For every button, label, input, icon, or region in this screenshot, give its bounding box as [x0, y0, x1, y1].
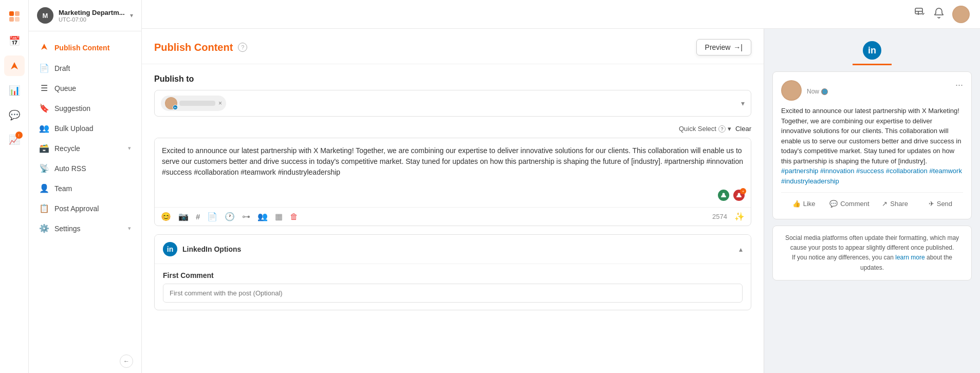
sidebar-item-label: Publish Content	[54, 44, 109, 52]
file-tool-icon[interactable]: 📄	[207, 212, 217, 221]
team-icon: 👤	[39, 183, 49, 193]
logo-icon[interactable]	[4, 6, 25, 27]
sidebar-item-suggestion[interactable]: 🔖 Suggestion	[29, 98, 141, 118]
queue-icon: ☰	[39, 83, 49, 93]
preview-arrow-icon: →|	[733, 43, 743, 51]
sidebar-item-settings[interactable]: ⚙️ Settings ▾	[29, 218, 141, 238]
linkedin-options-chevron-icon: ▴	[739, 245, 743, 253]
sidebar-item-auto-rss[interactable]: 📡 Auto RSS	[29, 158, 141, 178]
preview-meta: Now 🌐	[807, 88, 950, 95]
preview-username	[807, 80, 950, 88]
quick-select-help-icon: ?	[718, 125, 726, 133]
linkedin-options-header[interactable]: in LinkedIn Options ▴	[155, 235, 751, 264]
sidebar-item-recycle[interactable]: 🗃️ Recycle ▾	[29, 138, 141, 158]
preview-action-share[interactable]: ↗ Share	[873, 197, 918, 211]
sidebar-item-label: Post Approval	[54, 204, 99, 213]
audience-tool-icon[interactable]: 👥	[257, 212, 268, 221]
first-comment-input[interactable]	[163, 284, 743, 303]
quick-select-button[interactable]: Quick Select ? ▾	[679, 125, 731, 133]
learn-more-link[interactable]: learn more	[895, 254, 924, 261]
messages-icon[interactable]: 💬	[4, 105, 25, 125]
svg-rect-0	[9, 11, 14, 16]
sidebar-item-post-approval[interactable]: 📋 Post Approval	[29, 198, 141, 218]
collapse-icon[interactable]: ←	[120, 355, 133, 368]
settings-chevron-icon: ▾	[128, 225, 131, 232]
preview-time: Now	[807, 88, 819, 95]
post-text-input[interactable]	[155, 138, 751, 205]
clear-button[interactable]: Clear	[735, 125, 751, 133]
post-preview-hashtags: #partnership #innovation #success #colla…	[781, 167, 962, 185]
help-icon[interactable]: ?	[238, 43, 247, 52]
sidebar-item-label: Draft	[54, 64, 70, 72]
sidebar-navigation: Publish Content 📄 Draft ☰ Queue 🔖 Sugges…	[29, 31, 141, 349]
emoji-tool-icon[interactable]: 😊	[161, 212, 171, 221]
preview-action-send[interactable]: ✈ Send	[918, 197, 963, 211]
sidebar-item-queue[interactable]: ☰ Queue	[29, 78, 141, 98]
sidebar-item-team[interactable]: 👤 Team	[29, 178, 141, 198]
preview-more-icon[interactable]: ···	[955, 80, 963, 89]
sidebar-item-draft[interactable]: 📄 Draft	[29, 58, 141, 78]
publish-content-icon	[39, 43, 49, 53]
preview-action-like[interactable]: 👍 Like	[781, 197, 826, 211]
sidebar-item-label: Bulk Upload	[54, 124, 94, 133]
publish-icon[interactable]	[4, 55, 25, 76]
preview-tabs: in	[772, 37, 972, 65]
analytics-icon[interactable]: 📊	[4, 80, 25, 101]
auto-rss-icon: 📡	[39, 163, 49, 173]
send-label: Send	[937, 200, 952, 208]
link-tool-icon[interactable]: ⊶	[242, 212, 250, 221]
first-comment-section: First Comment	[155, 264, 751, 310]
publish-to-chevron-icon[interactable]: ▾	[741, 99, 745, 107]
org-timezone: UTC-07:00	[59, 16, 125, 23]
notification-badge: !	[15, 132, 23, 139]
wand-tool-icon[interactable]: ✨	[734, 212, 745, 221]
calendar-icon[interactable]: 📅	[4, 31, 25, 51]
sidebar-item-label: Team	[54, 184, 72, 193]
chip-close-icon[interactable]: ×	[218, 100, 222, 107]
share-icon: ↗	[882, 200, 887, 208]
org-info: Marketing Departm... UTC-07:00	[59, 9, 125, 23]
delete-tool-icon[interactable]: 🗑	[290, 212, 298, 221]
suggestion-icon: 🔖	[39, 103, 49, 113]
quick-select-chevron-icon: ▾	[728, 125, 731, 133]
svg-rect-2	[9, 17, 14, 22]
preview-tab-linkedin[interactable]: in	[853, 37, 892, 65]
profile-icon-red: +	[732, 189, 746, 202]
org-chevron-icon: ▾	[130, 12, 133, 19]
publish-to-box[interactable]: in × ▾	[154, 90, 751, 117]
disclaimer-prefix: If you notice any differences, you can	[792, 254, 894, 261]
sidebar-item-bulk-upload[interactable]: 👥 Bulk Upload	[29, 118, 141, 138]
char-count: 2574	[712, 213, 727, 220]
like-label: Like	[803, 200, 816, 208]
preview-button[interactable]: Preview →|	[696, 39, 751, 55]
collapse-sidebar-button[interactable]: ←	[29, 349, 141, 373]
schedule-tool-icon[interactable]: 🕐	[225, 212, 235, 221]
account-chip[interactable]: in ×	[161, 96, 226, 111]
wave-icon[interactable]: 📈 !	[4, 129, 25, 150]
org-selector[interactable]: M Marketing Departm... UTC-07:00 ▾	[29, 0, 141, 31]
compose-icon[interactable]	[914, 7, 926, 21]
disclaimer-text: Social media platforms often update thei…	[781, 233, 963, 253]
linkedin-badge-icon: in	[173, 105, 178, 110]
hashtag-tool-icon[interactable]: #	[196, 212, 200, 221]
sidebar-item-label: Suggestion	[54, 104, 90, 113]
user-avatar[interactable]	[952, 6, 970, 23]
first-comment-label: First Comment	[163, 271, 743, 279]
image-tool-icon[interactable]: 📷	[178, 212, 189, 221]
preview-label: Preview	[705, 43, 731, 51]
svg-rect-3	[15, 17, 20, 22]
post-preview-body: Excited to announce our latest partnersh…	[781, 107, 961, 165]
quick-select-label: Quick Select	[679, 125, 716, 133]
grid-tool-icon[interactable]: ▦	[275, 212, 283, 221]
publish-panel-title: Publish Content	[154, 42, 233, 53]
bell-icon[interactable]	[934, 7, 944, 21]
bulk-upload-icon: 👥	[39, 123, 49, 133]
sidebar-item-publish-content[interactable]: Publish Content	[29, 38, 141, 58]
preview-action-comment[interactable]: 💬 Comment	[826, 197, 872, 211]
disclaimer-suffix-text: If you notice any differences, you can l…	[781, 253, 963, 272]
org-name: Marketing Departm...	[59, 9, 125, 16]
globe-icon: 🌐	[821, 88, 828, 95]
profile-icon-green	[717, 189, 730, 202]
account-name-hidden	[179, 101, 215, 106]
org-avatar: M	[37, 7, 53, 24]
